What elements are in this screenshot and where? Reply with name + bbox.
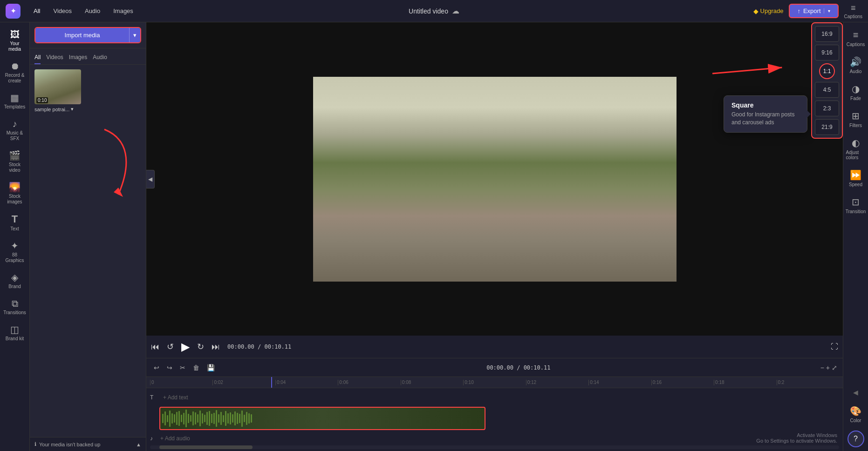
- sidebar-item-label: Transitions: [3, 310, 26, 316]
- right-tool-captions[interactable]: ≡ Captions: [844, 26, 868, 51]
- timeline: ↩ ↪ ✂ 🗑 💾 00:00.00 / 00:10.11 − + ⤢ 0 0:…: [146, 358, 843, 451]
- ruler-mark: 0:12: [526, 380, 588, 385]
- record-icon: ⏺: [10, 61, 20, 71]
- left-sidebar: 🖼 Your media ⏺ Record & create ▦ Templat…: [0, 22, 30, 451]
- media-item[interactable]: 0:10 sample potrai... ▾: [34, 69, 141, 112]
- tab-images[interactable]: Images: [108, 6, 139, 16]
- play-button[interactable]: ▶: [181, 340, 190, 353]
- ruler-mark: 0:04: [275, 380, 338, 385]
- sidebar-item-transitions[interactable]: ⧉ Transitions: [1, 295, 28, 319]
- sidebar-item-templates[interactable]: ▦ Templates: [1, 89, 28, 114]
- fullscreen-button[interactable]: ⛶: [831, 343, 838, 351]
- upgrade-button[interactable]: ◆ Upgrade: [753, 7, 784, 15]
- sidebar-item-text[interactable]: T Text: [1, 210, 28, 236]
- ar-21-9[interactable]: 21:9: [815, 119, 839, 135]
- redo-button[interactable]: ↪: [165, 363, 174, 372]
- sidebar-item-your-media[interactable]: 🖼 Your media: [1, 26, 28, 56]
- sidebar-item-label: Stock video: [3, 162, 27, 173]
- video-canvas: [313, 77, 677, 282]
- video-preview: ◀: [146, 22, 843, 336]
- sidebar-item-stock-video[interactable]: 🎬 Stock video: [1, 147, 28, 177]
- timeline-toolbar: ↩ ↪ ✂ 🗑 💾 00:00.00 / 00:10.11 − + ⤢: [146, 358, 843, 377]
- sidebar-item-brand[interactable]: ◈ Brand: [1, 269, 28, 293]
- ruler-marks: 0 0:02 0:04 0:06 0:08 0:10 0:12 0:14 0:1…: [150, 380, 839, 385]
- scrollbar-thumb[interactable]: [159, 445, 253, 449]
- aspect-ratio-panel: 16:9 9:16 1:1 4:5 2:3 21:9: [811, 22, 843, 139]
- ar-2-3[interactable]: 2:3: [815, 101, 839, 116]
- fast-forward-button[interactable]: ↻: [197, 342, 204, 352]
- collapse-panel-button[interactable]: ◀: [146, 170, 155, 188]
- topbar-tabs: All Videos Audio Images: [28, 6, 139, 16]
- sidebar-item-brand-kit[interactable]: ◫ Brand kit: [1, 321, 28, 345]
- sidebar-item-label: Templates: [4, 104, 26, 110]
- media-tab-videos[interactable]: Videos: [46, 52, 63, 64]
- timeline-scrollbar[interactable]: [150, 445, 839, 449]
- skip-back-button[interactable]: ⏮: [151, 342, 159, 352]
- media-tab-images[interactable]: Images: [69, 52, 87, 64]
- timeline-playhead: [271, 377, 272, 388]
- media-tab-all[interactable]: All: [34, 52, 41, 64]
- zoom-out-button[interactable]: −: [820, 364, 824, 371]
- undo-button[interactable]: ↩: [152, 363, 161, 372]
- tooltip-arrow: [807, 110, 811, 118]
- cut-button[interactable]: ✂: [178, 363, 187, 372]
- filters-icon: ⊞: [852, 110, 860, 121]
- video-track-container: [159, 407, 839, 430]
- aspect-ratio-arrow: [712, 60, 788, 84]
- right-tool-filters[interactable]: ⊞ Filters: [844, 107, 868, 132]
- right-tool-audio[interactable]: 🔊 Audio: [844, 53, 868, 78]
- right-sidebar-expand[interactable]: ◀: [849, 385, 862, 400]
- text-track: T + Add text: [150, 390, 839, 405]
- sidebar-item-label: Brand kit: [6, 336, 24, 342]
- delete-button[interactable]: 🗑: [191, 363, 201, 372]
- tab-videos[interactable]: Videos: [48, 6, 77, 16]
- zoom-in-button[interactable]: +: [826, 364, 830, 371]
- your-media-icon: 🖼: [10, 30, 20, 39]
- captions-panel-button[interactable]: ≡ Captions: [844, 3, 862, 19]
- add-audio-button[interactable]: + Add audio: [157, 435, 194, 442]
- add-text-button[interactable]: + Add text: [159, 394, 192, 401]
- svg-line-2: [712, 67, 782, 74]
- sidebar-item-label: Your media: [3, 41, 27, 52]
- graphics-icon: ✦: [11, 241, 19, 250]
- zoom-fit-button[interactable]: ⤢: [832, 364, 837, 371]
- right-tool-color[interactable]: 🎨 Color: [844, 402, 868, 427]
- tooltip-title: Square: [731, 101, 800, 109]
- export-button[interactable]: ↑ Export ▾: [789, 4, 838, 18]
- right-tool-adjust-colors[interactable]: ◐ Adjust colors: [844, 134, 868, 164]
- sidebar-item-music-sfx[interactable]: ♪ Music & SFX: [1, 115, 28, 145]
- import-media-button[interactable]: Import media: [35, 28, 129, 42]
- audio-track-icon: ♪: [150, 435, 153, 442]
- rewind-button[interactable]: ↺: [167, 342, 174, 352]
- ruler-mark: 0:02: [212, 380, 275, 385]
- ar-9-16[interactable]: 9:16: [815, 45, 839, 61]
- templates-icon: ▦: [10, 93, 19, 102]
- right-tool-transition[interactable]: ⊡ Transition: [844, 193, 868, 218]
- ar-4-5[interactable]: 4:5: [815, 82, 839, 98]
- text-track-label: T: [150, 394, 159, 401]
- ar-16-9[interactable]: 16:9: [815, 26, 839, 42]
- tab-audio[interactable]: Audio: [79, 6, 106, 16]
- video-controls: ⏮ ↺ ▶ ↻ ⏭ 00:00.00 / 00:10.11 ⛶: [146, 336, 843, 358]
- sidebar-item-stock-images[interactable]: 🌄 Stock images: [1, 179, 28, 209]
- right-sidebar: ≡ Captions 🔊 Audio ◑ Fade ⊞ Filters ◐ Ad…: [843, 22, 868, 451]
- sidebar-item-record-create[interactable]: ⏺ Record & create: [1, 58, 28, 88]
- right-tool-fade[interactable]: ◑ Fade: [844, 80, 868, 105]
- right-tool-speed[interactable]: ⏩ Speed: [844, 166, 868, 191]
- timeline-zoom: − + ⤢: [820, 364, 837, 371]
- chevron-up-icon: ▲: [136, 442, 141, 447]
- stock-video-icon: 🎬: [9, 151, 21, 160]
- adjust-colors-icon: ◐: [852, 137, 860, 148]
- help-button[interactable]: ?: [847, 431, 864, 447]
- ruler-mark: 0:16: [651, 380, 714, 385]
- import-dropdown-button[interactable]: ▾: [129, 28, 140, 42]
- media-item-name: sample potrai... ▾: [34, 106, 141, 112]
- center-area: ◀ ⏮ ↺ ▶: [146, 22, 843, 451]
- skip-forward-button[interactable]: ⏭: [212, 342, 220, 352]
- video-clip[interactable]: [159, 407, 485, 430]
- ar-1-1[interactable]: 1:1: [819, 63, 835, 79]
- media-tab-audio[interactable]: Audio: [93, 52, 107, 64]
- sidebar-item-graphics[interactable]: ✦ 88 Graphics: [1, 237, 28, 267]
- save-button[interactable]: 💾: [205, 363, 217, 372]
- tab-all[interactable]: All: [28, 6, 46, 16]
